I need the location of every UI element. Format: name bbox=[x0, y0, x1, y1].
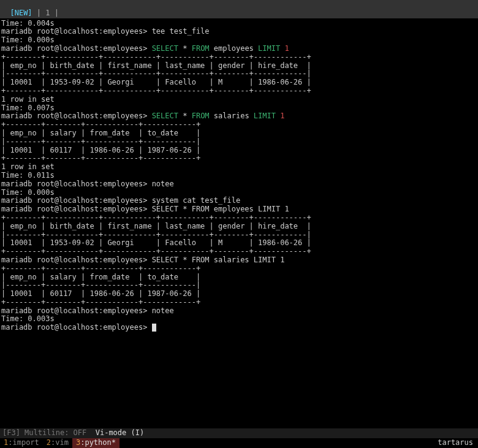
terminal-line: | emp_no | salary | from_date | to_date … bbox=[1, 129, 477, 138]
top-bar-rest: | 1 | bbox=[32, 9, 59, 17]
terminal-token: +--------+------------+------------+----… bbox=[1, 53, 311, 61]
terminal-line: mariadb root@localhost:employees> notee bbox=[1, 180, 477, 189]
tmux-status-bar[interactable]: 1:import2:vim3:python*tartarus bbox=[0, 438, 478, 448]
terminal-token: LIMIT bbox=[254, 112, 276, 120]
terminal-token: +--------+--------+------------+--------… bbox=[1, 264, 200, 273]
terminal-token: +--------+------------+------------+----… bbox=[1, 86, 311, 95]
terminal-line: Time: 0.007s bbox=[1, 104, 477, 113]
terminal-line: +--------+------------+------------+----… bbox=[1, 248, 477, 256]
terminal-token: +--------+--------+------------+--------… bbox=[1, 120, 200, 129]
terminal-token: salaries bbox=[210, 112, 254, 120]
terminal-line: +--------+------------+------------+----… bbox=[1, 214, 477, 222]
footer: [F3] Multiline: OFF Vi-mode (I) 1:import… bbox=[0, 428, 478, 448]
tmux-window-import[interactable]: 1:import bbox=[0, 438, 43, 448]
tmux-host: tartarus bbox=[433, 438, 478, 448]
terminal-output[interactable]: Time: 0.004smariadb root@localhost:emplo… bbox=[0, 18, 478, 333]
terminal-line: Time: 0.000s bbox=[1, 189, 477, 197]
terminal-line: | 10001 | 1953-09-02 | Georgi | Facello … bbox=[1, 78, 477, 87]
terminal-token: | 10001 | 1953-09-02 | Georgi | Facello … bbox=[1, 78, 311, 86]
terminal-line: |--------+--------+------------+--------… bbox=[1, 138, 477, 146]
terminal-token: mariadb root@localhost:employees> notee bbox=[1, 306, 174, 315]
tmux-window-python[interactable]: 3:python* bbox=[72, 438, 120, 448]
mycli-status-line: [F3] Multiline: OFF Vi-mode (I) bbox=[0, 428, 478, 438]
status-left: [F3] Multiline: OFF bbox=[2, 428, 96, 437]
terminal-token: 1 row in set bbox=[1, 95, 55, 104]
terminal-line: mariadb root@localhost:employees> tee te… bbox=[1, 28, 477, 36]
tmux-window-label: :vim bbox=[51, 438, 69, 447]
terminal-token: mariadb root@localhost:employees> notee bbox=[1, 180, 174, 188]
terminal-line: mariadb root@localhost:employees> SELECT… bbox=[1, 112, 477, 121]
terminal-token: | 10001 | 1953-09-02 | Georgi | Facello … bbox=[1, 238, 311, 247]
terminal-token: Time: 0.000s bbox=[1, 36, 55, 44]
terminal-line: Time: 0.003s bbox=[1, 315, 477, 324]
terminal-line: mariadb root@localhost:employees> SELECT… bbox=[1, 205, 477, 214]
terminal-line: |--------+------------+------------+----… bbox=[1, 231, 477, 240]
terminal-token: | 10001 | 60117 | 1986-06-26 | 1987-06-2… bbox=[1, 146, 200, 154]
terminal-token: mariadb root@localhost:employees> bbox=[1, 112, 152, 120]
terminal-token: | emp_no | salary | from_date | to_date … bbox=[1, 273, 200, 281]
tmux-window-vim[interactable]: 2:vim bbox=[43, 438, 72, 448]
terminal-line: +--------+--------+------------+--------… bbox=[1, 121, 477, 129]
terminal-token: Time: 0.004s bbox=[1, 19, 55, 28]
terminal-line: +--------+--------+------------+--------… bbox=[1, 265, 477, 273]
new-indicator: [NEW] bbox=[10, 9, 32, 17]
terminal-line: | emp_no | birth_date | first_name | las… bbox=[1, 62, 477, 70]
terminal-line: mariadb root@localhost:employees> SELECT… bbox=[1, 45, 477, 53]
terminal-token: * bbox=[178, 44, 192, 53]
terminal-token: | emp_no | birth_date | first_name | las… bbox=[1, 61, 311, 70]
terminal-token: +--------+------------+------------+----… bbox=[1, 247, 311, 256]
terminal-token: employees bbox=[210, 44, 258, 53]
terminal-token: 1 bbox=[284, 44, 289, 53]
terminal-line: 1 row in set bbox=[1, 96, 477, 104]
terminal-token: |--------+--------+------------+--------… bbox=[1, 137, 200, 146]
terminal-token: LIMIT bbox=[258, 44, 280, 53]
terminal-token: FROM bbox=[192, 112, 210, 120]
terminal-token: mariadb root@localhost:employees> bbox=[1, 44, 152, 53]
terminal-line: | emp_no | salary | from_date | to_date … bbox=[1, 273, 477, 282]
terminal-token: mariadb root@localhost:employees> SELECT… bbox=[1, 256, 284, 264]
terminal-token: mariadb root@localhost:employees> SELECT… bbox=[1, 205, 289, 213]
terminal-token: | 10001 | 60117 | 1986-06-26 | 1987-06-2… bbox=[1, 289, 200, 298]
terminal-token: |--------+------------+------------+----… bbox=[1, 230, 311, 239]
terminal-token: +--------+--------+------------+--------… bbox=[1, 154, 200, 162]
terminal-line: mariadb root@localhost:employees> notee bbox=[1, 307, 477, 316]
terminal-token: SELECT bbox=[152, 44, 178, 53]
terminal-line: Time: 0.011s bbox=[1, 172, 477, 180]
terminal-token: +--------+------------+------------+----… bbox=[1, 213, 311, 222]
terminal-token: 1 row in set bbox=[1, 162, 55, 171]
terminal-token: Time: 0.003s bbox=[1, 314, 55, 323]
terminal-token: Time: 0.011s bbox=[1, 171, 55, 180]
terminal-token: * bbox=[178, 112, 192, 120]
cursor bbox=[152, 324, 156, 332]
terminal-line: +--------+--------+------------+--------… bbox=[1, 154, 477, 163]
terminal-token: | emp_no | salary | from_date | to_date … bbox=[1, 129, 200, 137]
terminal-line: mariadb root@localhost:employees> system… bbox=[1, 197, 477, 205]
terminal-token: FROM bbox=[192, 44, 210, 53]
terminal-line: |--------+------------+------------+----… bbox=[1, 70, 477, 78]
terminal-token: | emp_no | birth_date | first_name | las… bbox=[1, 222, 311, 230]
terminal-line: +--------+------------+------------+----… bbox=[1, 53, 477, 62]
mycli-top-bar: [NEW] | 1 | bbox=[0, 0, 478, 18]
vi-mode-indicator: Vi-mode (I) bbox=[96, 428, 144, 437]
terminal-line: |--------+--------+------------+--------… bbox=[1, 281, 477, 290]
terminal-token: mariadb root@localhost:employees> bbox=[1, 323, 152, 332]
terminal-line: | emp_no | birth_date | first_name | las… bbox=[1, 222, 477, 231]
tmux-window-label: :python* bbox=[80, 438, 116, 447]
terminal-line: | 10001 | 1953-09-02 | Georgi | Facello … bbox=[1, 239, 477, 248]
tmux-window-number: 2 bbox=[47, 438, 51, 447]
terminal-token: |--------+------------+------------+----… bbox=[1, 69, 311, 78]
terminal-token: +--------+--------+------------+--------… bbox=[1, 298, 200, 306]
terminal-line: | 10001 | 60117 | 1986-06-26 | 1987-06-2… bbox=[1, 290, 477, 298]
terminal-line: Time: 0.000s bbox=[1, 36, 477, 45]
terminal-line: +--------+--------+------------+--------… bbox=[1, 298, 477, 307]
terminal-line: +--------+------------+------------+----… bbox=[1, 87, 477, 96]
terminal-line: 1 row in set bbox=[1, 163, 477, 172]
terminal-line: | 10001 | 60117 | 1986-06-26 | 1987-06-2… bbox=[1, 146, 477, 155]
terminal-token: Time: 0.007s bbox=[1, 104, 55, 112]
terminal-token: Time: 0.000s bbox=[1, 188, 55, 197]
tmux-window-label: :import bbox=[8, 438, 39, 447]
terminal-token: 1 bbox=[280, 112, 284, 120]
terminal-token: SELECT bbox=[152, 112, 178, 120]
terminal-line: mariadb root@localhost:employees> bbox=[1, 324, 477, 332]
terminal-token: mariadb root@localhost:employees> system… bbox=[1, 196, 240, 205]
